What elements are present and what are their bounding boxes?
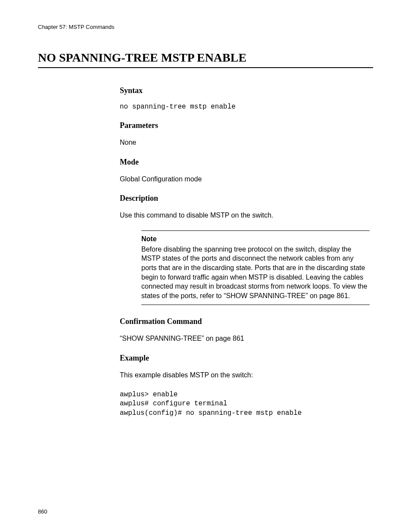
example-heading: Example xyxy=(120,354,370,363)
syntax-code: no spanning-tree mstp enable xyxy=(120,103,370,111)
confirmation-text: “SHOW SPANNING-TREE” on page 861 xyxy=(120,334,370,343)
page-container: Chapter 57: MSTP Commands NO SPANNING-TR… xyxy=(0,0,411,435)
chapter-header: Chapter 57: MSTP Commands xyxy=(38,24,373,30)
note-block: Note Before disabling the spanning tree … xyxy=(141,230,370,305)
parameters-heading: Parameters xyxy=(120,121,370,130)
description-heading: Description xyxy=(120,194,370,203)
description-text: Use this command to disable MSTP on the … xyxy=(120,211,370,220)
mode-text: Global Configuration mode xyxy=(120,174,370,184)
parameters-text: None xyxy=(120,138,370,147)
note-label: Note xyxy=(141,235,370,243)
example-text: This example disables MSTP on the switch… xyxy=(120,370,370,380)
confirmation-heading: Confirmation Command xyxy=(120,317,370,326)
content-area: Syntax no spanning-tree mstp enable Para… xyxy=(120,86,370,418)
note-body: Before disabling the spanning tree proto… xyxy=(141,245,370,301)
page-number: 860 xyxy=(38,508,47,515)
mode-heading: Mode xyxy=(120,158,370,167)
command-title: NO SPANNING-TREE MSTP ENABLE xyxy=(38,51,373,68)
example-code: awplus> enable awplus# configure termina… xyxy=(120,390,370,418)
syntax-heading: Syntax xyxy=(120,86,370,95)
